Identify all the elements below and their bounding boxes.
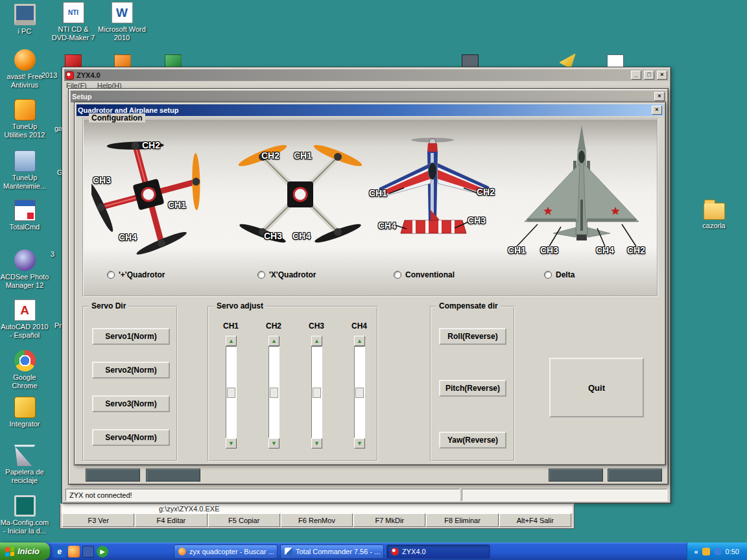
slider-down-button[interactable]: ▼ xyxy=(311,438,322,449)
slider-thumb[interactable] xyxy=(270,388,278,398)
autocad-icon: A xyxy=(14,299,36,321)
slider-track[interactable] xyxy=(311,346,322,438)
desktop-icon-cazorla[interactable]: cazorla xyxy=(689,198,739,230)
setup-close-button[interactable]: × xyxy=(654,92,665,101)
slider-thumb[interactable] xyxy=(313,388,321,398)
windows-logo-icon xyxy=(5,546,14,556)
tray-icon-yellow[interactable] xyxy=(702,548,710,555)
roll-reverse-button[interactable]: Roll(Reverse) xyxy=(439,328,506,345)
setup-title-bar[interactable]: Setup × xyxy=(71,91,666,102)
channel-label: CH1 xyxy=(168,200,186,210)
radio-conventional[interactable]: Conventional xyxy=(394,270,455,279)
task-zyx40[interactable]: ZYX4.0 xyxy=(386,544,490,559)
desktop: i PC NTI NTI CD & DVD-Maker 7 W Microsof… xyxy=(0,0,747,560)
tc-f5-copiar-button[interactable]: F5 Copiar xyxy=(208,513,280,527)
desktop-icon-label: Google Chrome xyxy=(0,373,49,390)
ch3-slider[interactable]: ▲ ▼ xyxy=(311,336,322,449)
radio-delta[interactable]: Delta xyxy=(544,270,575,279)
zyx-title-bar[interactable]: ZYX4.0 _ □ × xyxy=(64,69,669,81)
maximize-button[interactable]: □ xyxy=(644,71,654,80)
radio-circle[interactable] xyxy=(544,271,552,279)
task-total-commander[interactable]: Total Commander 7.56 - ... xyxy=(280,544,384,559)
desktop-icon-mi-pc[interactable]: i PC xyxy=(0,4,49,36)
radio-circle[interactable] xyxy=(107,271,115,279)
tc-f8-eliminar-button[interactable]: F8 Eliminar xyxy=(426,513,498,527)
firefox-icon xyxy=(178,548,186,555)
nti-glyph: NTI xyxy=(68,9,78,16)
save-icon[interactable] xyxy=(82,546,94,557)
tc-f4-editar-button[interactable]: F4 Editar xyxy=(135,513,207,527)
slider-up-button[interactable]: ▲ xyxy=(226,336,237,346)
tray-icon-blue[interactable] xyxy=(714,548,722,555)
integrator-icon xyxy=(14,397,36,418)
desktop-icon-acdsee[interactable]: ACDSee Photo Manager 12 xyxy=(0,250,49,290)
ch1-slider[interactable]: ▲ ▼ xyxy=(226,336,237,449)
desktop-icon-nti[interactable]: NTI NTI CD & DVD-Maker 7 xyxy=(49,2,98,42)
tc-command-line[interactable]: g:\zyx\ZYX4.0.EXE xyxy=(62,505,573,513)
total-commander-window: g:\zyx\ZYX4.0.EXE F3 Ver F4 Editar F5 Co… xyxy=(60,504,575,529)
desktop-icon-word[interactable]: W Microsoft Word 2010 xyxy=(97,2,147,42)
yaw-reverse-button[interactable]: Yaw(Reverse) xyxy=(439,432,506,449)
radio-label[interactable]: Conventional xyxy=(405,270,455,279)
setup-shadowed-button-3[interactable] xyxy=(549,469,603,482)
servo4-button[interactable]: Servo4(Norm) xyxy=(92,429,170,446)
radio-circle[interactable] xyxy=(257,271,265,279)
slider-up-button[interactable]: ▲ xyxy=(268,336,279,346)
media-player-icon[interactable]: ▶ xyxy=(97,546,108,557)
close-button[interactable]: × xyxy=(657,71,667,80)
desktop-icon-chrome[interactable]: Google Chrome xyxy=(0,350,49,390)
pitch-reverse-button[interactable]: Pitch(Reverse) xyxy=(439,380,506,397)
radio-x-quadrotor[interactable]: 'X'Quadrotor xyxy=(257,270,316,279)
desktop-icon-recycle-bin[interactable]: Papelera de reciclaje xyxy=(0,445,49,485)
tc-f3-ver-button[interactable]: F3 Ver xyxy=(62,513,134,527)
radio-plus-quadrotor[interactable]: '+'Quadrotor xyxy=(107,270,165,279)
ch2-slider[interactable]: ▲ ▼ xyxy=(268,336,279,449)
slider-up-button[interactable]: ▲ xyxy=(311,336,322,346)
radio-circle[interactable] xyxy=(394,271,401,279)
radio-label[interactable]: 'X'Quadrotor xyxy=(269,270,316,279)
slider-thumb[interactable] xyxy=(227,388,235,398)
dialog-close-button[interactable]: × xyxy=(652,106,662,115)
slider-track[interactable] xyxy=(268,346,279,438)
desktop-icon-avast[interactable]: avast! Free Antivirus xyxy=(0,49,49,89)
minimize-button[interactable]: _ xyxy=(631,71,641,80)
desktop-icon-autocad[interactable]: A AutoCAD 2010 - Español xyxy=(0,299,49,340)
radio-label[interactable]: Delta xyxy=(556,270,575,279)
slider-down-button[interactable]: ▼ xyxy=(268,438,279,449)
tc-f7-mkdir-button[interactable]: F7 MkDir xyxy=(353,513,425,527)
slider-track[interactable] xyxy=(226,346,237,438)
tray-expand-chevron-icon[interactable]: « xyxy=(694,548,698,555)
desktop-icon-tuneup-mant[interactable]: TuneUp Mantenimie... xyxy=(0,150,49,191)
channel-label: CH3 xyxy=(264,231,282,241)
servo1-button[interactable]: Servo1(Norm) xyxy=(92,328,170,345)
channel-label: CH4 xyxy=(596,245,614,255)
slider-down-button[interactable]: ▼ xyxy=(226,438,237,449)
taskbar-clock: 0:50 xyxy=(726,548,739,555)
slider-down-button[interactable]: ▼ xyxy=(354,438,365,449)
desktop-icon-totalcmd[interactable]: TotalCmd xyxy=(0,200,49,231)
servo2-button[interactable]: Servo2(Norm) xyxy=(92,362,170,379)
desktop-icon-label: Papelera de reciclaje xyxy=(0,468,49,485)
firefox-icon[interactable] xyxy=(68,546,80,557)
quit-button[interactable]: Quit xyxy=(549,358,644,417)
desktop-icon-maconfig[interactable]: Ma-Config.com - Iniciar la d... xyxy=(0,495,49,535)
desktop-icon-integrator[interactable]: Integrator xyxy=(0,397,49,428)
slider-thumb[interactable] xyxy=(355,388,364,398)
setup-shadowed-button-4[interactable] xyxy=(608,469,662,482)
ch4-slider[interactable]: ▲ ▼ xyxy=(354,336,365,449)
radio-label[interactable]: '+'Quadrotor xyxy=(119,270,165,279)
slider-track[interactable] xyxy=(354,346,365,438)
servo3-button[interactable]: Servo3(Norm) xyxy=(92,395,170,412)
setup-shadowed-button-2[interactable] xyxy=(146,469,200,482)
tc-f6-renmov-button[interactable]: F6 RenMov xyxy=(281,513,353,527)
setup-shadowed-button-1[interactable] xyxy=(86,469,140,482)
internet-explorer-icon[interactable]: e xyxy=(54,546,65,557)
task-zyx-quadcopter-search[interactable]: zyx quadcopter - Buscar ... xyxy=(174,544,278,559)
slider-up-button[interactable]: ▲ xyxy=(354,336,365,346)
zyx-window-title: ZYX4.0 xyxy=(77,71,101,79)
desktop-icon-tuneup[interactable]: TuneUp Utilities 2012 xyxy=(0,99,49,139)
dialog-title-bar[interactable]: Quadrotor and Airplane setup × xyxy=(77,104,663,116)
start-button[interactable]: Inicio xyxy=(0,542,50,560)
desktop-icon-label: TuneUp Utilities 2012 xyxy=(0,122,49,139)
tc-altf4-salir-button[interactable]: Alt+F4 Salir xyxy=(499,513,571,527)
